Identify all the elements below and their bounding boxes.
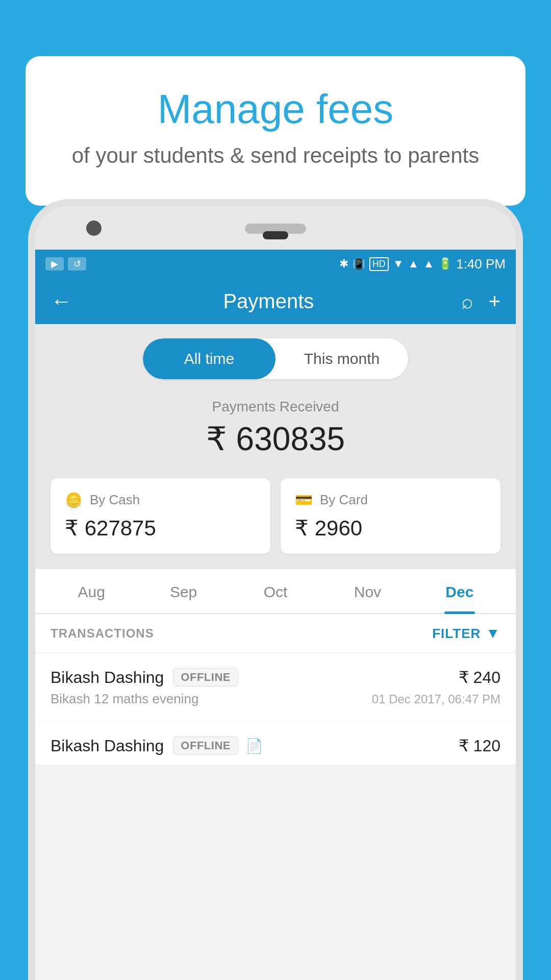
toggle-container: All time This month	[143, 338, 408, 379]
tab-sep[interactable]: Sep	[137, 569, 229, 613]
back-button[interactable]: ←	[51, 289, 76, 313]
app-bar-actions: ⌕ +	[461, 290, 500, 313]
document-icon: 📄	[245, 738, 263, 754]
filter-label: FILTER	[432, 626, 481, 642]
transaction-row1-item2: Bikash Dashing OFFLINE 📄 ₹ 120	[51, 736, 500, 755]
phone-frame: ▶ ↺ ✱ 📳 HD ▼ ▲ ▲ 🔋 1:40 PM ← Payments ⌕ …	[28, 199, 523, 980]
by-card-amount: ₹ 2960	[295, 516, 486, 541]
sync-icon: ↺	[68, 257, 86, 271]
app-bar-title: Payments	[86, 290, 451, 313]
transaction-name-2: Bikash Dashing	[51, 737, 164, 755]
tab-aug[interactable]: Aug	[45, 569, 137, 613]
filter-icon: ▼	[486, 625, 500, 642]
transaction-row2-item1: Bikash 12 maths evening 01 Dec 2017, 06:…	[51, 691, 500, 707]
status-icons-left: ▶ ↺	[45, 257, 86, 271]
wifi-icon: ▼	[393, 257, 404, 271]
transaction-badge-2: OFFLINE	[173, 737, 238, 755]
card-icon: 💳	[295, 492, 313, 508]
camera-dot	[86, 220, 102, 236]
signal-icon2: ▲	[423, 257, 434, 271]
search-button[interactable]: ⌕	[461, 290, 473, 313]
transactions-header: TRANSACTIONS FILTER ▼	[35, 614, 516, 653]
bubble-subtitle: of your students & send receipts to pare…	[66, 142, 485, 170]
signal-icon1: ▲	[408, 257, 419, 271]
front-camera	[263, 231, 288, 239]
status-bar: ▶ ↺ ✱ 📳 HD ▼ ▲ ▲ 🔋 1:40 PM	[35, 250, 516, 278]
all-time-tab[interactable]: All time	[143, 338, 276, 379]
transaction-name-1: Bikash Dashing	[51, 668, 164, 687]
by-cash-label: By Cash	[90, 492, 140, 508]
bubble-title: Manage fees	[66, 87, 485, 132]
play-icon: ▶	[45, 257, 64, 271]
bluetooth-icon: ✱	[339, 257, 348, 271]
by-card-label: By Card	[320, 492, 368, 508]
status-time: 1:40 PM	[456, 256, 506, 272]
cash-icon: 🪙	[65, 492, 83, 508]
transaction-date-1: 01 Dec 2017, 06:47 PM	[372, 692, 500, 706]
cards-row: 🪙 By Cash ₹ 627875 💳 By Card ₹ 2960	[35, 473, 516, 569]
phone-content: All time This month Payments Received ₹ …	[35, 324, 516, 980]
this-month-tab[interactable]: This month	[276, 338, 408, 379]
payments-amount: ₹ 630835	[56, 420, 495, 458]
hd-badge: HD	[369, 257, 389, 271]
phone-top-bar	[35, 206, 516, 250]
tab-nov[interactable]: Nov	[321, 569, 413, 613]
transaction-badge-1: OFFLINE	[173, 668, 238, 687]
status-icons-right: ✱ 📳 HD ▼ ▲ ▲ 🔋 1:40 PM	[339, 256, 506, 272]
add-button[interactable]: +	[489, 290, 500, 313]
transaction-amount-2: ₹ 120	[459, 736, 500, 755]
vibrate-icon: 📳	[353, 258, 365, 270]
by-cash-amount: ₹ 627875	[65, 516, 256, 541]
app-bar: ← Payments ⌕ +	[35, 278, 516, 324]
payments-label: Payments Received	[56, 399, 495, 415]
tab-oct[interactable]: Oct	[230, 569, 321, 613]
transaction-row1-item1: Bikash Dashing OFFLINE ₹ 240	[51, 668, 500, 687]
payments-section: Payments Received ₹ 630835	[35, 394, 516, 473]
transaction-name-left-1: Bikash Dashing OFFLINE	[51, 668, 238, 687]
by-cash-header: 🪙 By Cash	[65, 492, 256, 508]
by-card-card: 💳 By Card ₹ 2960	[281, 478, 500, 554]
by-card-header: 💳 By Card	[295, 492, 486, 508]
transaction-item-1[interactable]: Bikash Dashing OFFLINE ₹ 240 Bikash 12 m…	[35, 653, 516, 722]
transaction-amount-1: ₹ 240	[459, 668, 500, 687]
transactions-label: TRANSACTIONS	[51, 626, 154, 641]
filter-button[interactable]: FILTER ▼	[432, 625, 500, 642]
transaction-item-2[interactable]: Bikash Dashing OFFLINE 📄 ₹ 120	[35, 722, 516, 765]
transaction-name-left-2: Bikash Dashing OFFLINE 📄	[51, 737, 263, 755]
month-tabs: Aug Sep Oct Nov Dec	[35, 569, 516, 614]
speech-bubble: Manage fees of your students & send rece…	[26, 56, 525, 206]
tab-dec[interactable]: Dec	[414, 569, 506, 613]
transaction-desc-1: Bikash 12 maths evening	[51, 691, 199, 707]
by-cash-card: 🪙 By Cash ₹ 627875	[51, 478, 270, 554]
battery-icon: 🔋	[438, 257, 452, 271]
toggle-section: All time This month	[35, 324, 516, 394]
